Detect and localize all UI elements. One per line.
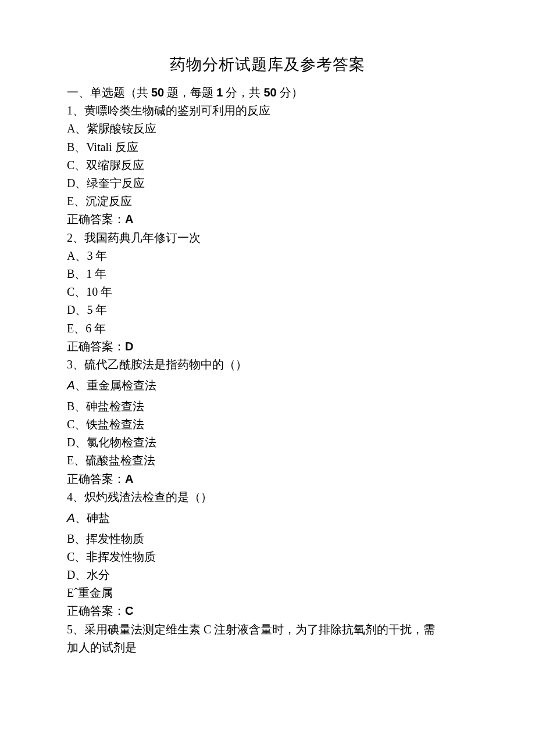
section-count-3: 50 [263,86,276,99]
q1-option-d: D、绿奎宁反应 [67,174,468,192]
q3-answer-value: A [125,472,133,485]
q2-option-a: A、3 年 [67,247,468,265]
q5-stem-line-2: 加人的试剂是 [67,639,468,657]
section-mid-2: 分，共 [223,86,263,99]
q1-answer: 正确答案：A [67,210,468,228]
q3-option-d: D、氯化物检查法 [67,433,468,452]
q4-a-prefix: A [67,511,75,524]
q1-option-b: B、Vitali 反应 [67,138,468,156]
section-mid-1: 题，每题 [164,86,216,99]
q1-stem: 1、黄嘌呤类生物碱的鉴别可利用的反应 [67,102,468,120]
q4-option-c: C、非挥发性物质 [67,548,468,566]
q1-option-a: A、紫脲酸铵反应 [67,120,468,138]
q4-answer-value: C [125,604,133,617]
section-prefix: 一、单选题（共 [67,86,151,99]
q4-option-e: Eˆ重金属 [67,584,468,602]
q3-stem: 3、硫代乙酰胺法是指药物中的（） [67,356,468,374]
page-title: 药物分析试题库及参考答案 [67,52,468,77]
q4-answer-label: 正确答案： [67,604,125,617]
q1-option-c: C、双缩脲反应 [67,156,468,174]
q3-option-a: A、重金属检查法 [67,376,468,395]
q4-option-d: D、水分 [67,566,468,584]
q2-answer-label: 正确答案： [67,340,125,353]
section-header: 一、单选题（共 50 题，每题 1 分，共 50 分） [67,84,468,102]
q4-option-b: B、挥发性物质 [67,530,468,548]
q3-a-prefix: A [67,378,75,392]
q4-answer: 正确答案：C [67,602,468,620]
section-count-1: 50 [151,86,164,99]
section-suffix: 分） [277,86,303,99]
q3-option-c: C、铁盐检查法 [67,415,468,433]
section-count-2: 1 [216,86,223,99]
q3-option-b: B、砷盐检查法 [67,397,468,415]
q3-answer-label: 正确答案： [67,472,125,485]
q1-answer-value: A [125,213,133,225]
q2-option-e: E、6 年 [67,320,468,338]
q2-option-d: D、5 年 [67,301,468,319]
q5-stem-line-1: 5、采用碘量法测定维生素 C 注射液含量时，为了排除抗氧剂的干扰，需 [67,621,468,639]
q3-answer: 正确答案：A [67,470,468,488]
q2-option-b: B、1 年 [67,265,468,283]
q2-answer-value: D [125,340,133,353]
q2-answer: 正确答案：D [67,338,468,356]
q2-stem: 2、我国药典几年修订一次 [67,229,468,247]
q1-option-e: E、沉淀反应 [67,192,468,210]
q4-option-a: A、砷盐 [67,508,468,528]
q4-a-rest: 、砷盐 [75,511,110,524]
q4-stem: 4、炽灼残渣法检查的是（） [67,488,468,506]
q3-option-e: E、硫酸盐检查法 [67,452,468,470]
q2-option-c: C、10 年 [67,283,468,301]
q3-a-rest: 、重金属检查法 [75,379,156,392]
q1-answer-label: 正确答案： [67,213,125,225]
